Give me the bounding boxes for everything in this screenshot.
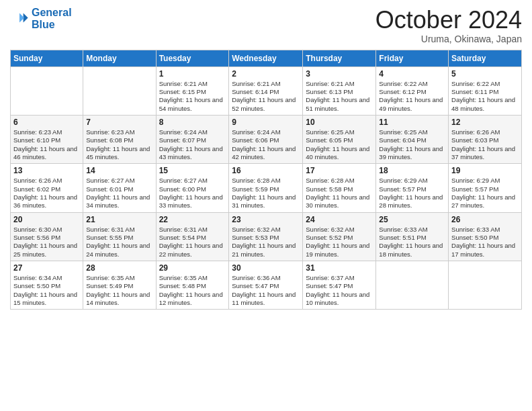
day-info: Sunrise: 6:21 AMSunset: 6:14 PMDaylight:… bbox=[232, 80, 300, 113]
day-number: 13 bbox=[13, 166, 80, 175]
calendar-cell: 10Sunrise: 6:25 AMSunset: 6:05 PMDayligh… bbox=[303, 115, 376, 163]
day-number: 2 bbox=[232, 69, 300, 79]
calendar-cell: 3Sunrise: 6:21 AMSunset: 6:13 PMDaylight… bbox=[303, 66, 376, 115]
day-info: Sunrise: 6:32 AMSunset: 5:52 PMDaylight:… bbox=[306, 226, 373, 259]
day-info: Sunrise: 6:25 AMSunset: 6:04 PMDaylight:… bbox=[379, 128, 445, 161]
day-info: Sunrise: 6:25 AMSunset: 6:05 PMDaylight:… bbox=[306, 128, 373, 161]
page: General Blue October 2024 Uruma, Okinawa… bbox=[0, 0, 532, 411]
day-number: 18 bbox=[379, 166, 445, 175]
calendar-week-row: 1Sunrise: 6:21 AMSunset: 6:15 PMDaylight… bbox=[11, 66, 522, 115]
col-wednesday: Wednesday bbox=[229, 50, 303, 66]
day-number: 30 bbox=[232, 263, 300, 273]
calendar-week-row: 27Sunrise: 6:34 AMSunset: 5:50 PMDayligh… bbox=[11, 261, 522, 310]
calendar-cell: 30Sunrise: 6:36 AMSunset: 5:47 PMDayligh… bbox=[229, 261, 303, 310]
day-info: Sunrise: 6:34 AMSunset: 5:50 PMDaylight:… bbox=[13, 274, 80, 307]
col-friday: Friday bbox=[376, 50, 449, 66]
day-info: Sunrise: 6:30 AMSunset: 5:56 PMDaylight:… bbox=[13, 226, 80, 259]
day-info: Sunrise: 6:36 AMSunset: 5:47 PMDaylight:… bbox=[232, 274, 300, 307]
day-info: Sunrise: 6:31 AMSunset: 5:55 PMDaylight:… bbox=[86, 226, 152, 259]
calendar-cell: 12Sunrise: 6:26 AMSunset: 6:03 PMDayligh… bbox=[449, 115, 522, 163]
day-number: 12 bbox=[451, 118, 519, 127]
logo-text: General Blue bbox=[32, 7, 72, 31]
calendar-cell: 26Sunrise: 6:33 AMSunset: 5:50 PMDayligh… bbox=[449, 212, 522, 261]
day-number: 23 bbox=[232, 215, 300, 224]
day-number: 8 bbox=[159, 118, 226, 127]
calendar-cell bbox=[449, 261, 522, 310]
calendar-cell: 1Sunrise: 6:21 AMSunset: 6:15 PMDaylight… bbox=[156, 66, 229, 115]
day-number: 21 bbox=[86, 215, 152, 224]
calendar-cell: 22Sunrise: 6:31 AMSunset: 5:54 PMDayligh… bbox=[156, 212, 229, 261]
calendar-cell: 6Sunrise: 6:23 AMSunset: 6:10 PMDaylight… bbox=[11, 115, 83, 163]
calendar-cell: 4Sunrise: 6:22 AMSunset: 6:12 PMDaylight… bbox=[376, 66, 449, 115]
day-info: Sunrise: 6:28 AMSunset: 5:59 PMDaylight:… bbox=[232, 177, 300, 210]
calendar-cell: 27Sunrise: 6:34 AMSunset: 5:50 PMDayligh… bbox=[11, 261, 83, 310]
day-info: Sunrise: 6:21 AMSunset: 6:15 PMDaylight:… bbox=[159, 80, 226, 113]
calendar-cell: 9Sunrise: 6:24 AMSunset: 6:06 PMDaylight… bbox=[229, 115, 303, 163]
day-info: Sunrise: 6:24 AMSunset: 6:06 PMDaylight:… bbox=[232, 128, 300, 161]
day-number: 20 bbox=[13, 215, 80, 224]
day-info: Sunrise: 6:35 AMSunset: 5:48 PMDaylight:… bbox=[159, 274, 226, 307]
day-info: Sunrise: 6:22 AMSunset: 6:12 PMDaylight:… bbox=[379, 80, 445, 113]
calendar-cell: 31Sunrise: 6:37 AMSunset: 5:47 PMDayligh… bbox=[303, 261, 376, 310]
day-number: 27 bbox=[13, 263, 80, 273]
calendar-cell: 24Sunrise: 6:32 AMSunset: 5:52 PMDayligh… bbox=[303, 212, 376, 261]
calendar-cell: 28Sunrise: 6:35 AMSunset: 5:49 PMDayligh… bbox=[83, 261, 156, 310]
day-number: 22 bbox=[159, 215, 226, 224]
day-number: 6 bbox=[13, 118, 80, 127]
day-info: Sunrise: 6:33 AMSunset: 5:50 PMDaylight:… bbox=[451, 226, 519, 259]
day-info: Sunrise: 6:33 AMSunset: 5:51 PMDaylight:… bbox=[379, 226, 445, 259]
day-info: Sunrise: 6:26 AMSunset: 6:03 PMDaylight:… bbox=[451, 128, 519, 161]
header: General Blue October 2024 Uruma, Okinawa… bbox=[10, 7, 522, 44]
day-info: Sunrise: 6:35 AMSunset: 5:49 PMDaylight:… bbox=[86, 274, 152, 307]
col-sunday: Sunday bbox=[11, 50, 83, 66]
col-tuesday: Tuesday bbox=[156, 50, 229, 66]
day-number: 14 bbox=[86, 166, 152, 175]
day-number: 28 bbox=[86, 263, 152, 273]
day-info: Sunrise: 6:31 AMSunset: 5:54 PMDaylight:… bbox=[159, 226, 226, 259]
col-thursday: Thursday bbox=[303, 50, 376, 66]
day-number: 7 bbox=[86, 118, 152, 127]
day-number: 5 bbox=[451, 69, 519, 79]
calendar-week-row: 13Sunrise: 6:26 AMSunset: 6:02 PMDayligh… bbox=[11, 164, 522, 212]
day-number: 17 bbox=[306, 166, 373, 175]
day-info: Sunrise: 6:23 AMSunset: 6:08 PMDaylight:… bbox=[86, 128, 152, 161]
day-number: 24 bbox=[306, 215, 373, 224]
day-number: 29 bbox=[159, 263, 226, 273]
day-info: Sunrise: 6:32 AMSunset: 5:53 PMDaylight:… bbox=[232, 226, 300, 259]
calendar-table: Sunday Monday Tuesday Wednesday Thursday… bbox=[10, 50, 522, 310]
logo-icon bbox=[10, 9, 29, 28]
calendar-week-row: 6Sunrise: 6:23 AMSunset: 6:10 PMDaylight… bbox=[11, 115, 522, 163]
day-number: 3 bbox=[306, 69, 373, 79]
day-info: Sunrise: 6:27 AMSunset: 6:01 PMDaylight:… bbox=[86, 177, 152, 210]
calendar-cell: 18Sunrise: 6:29 AMSunset: 5:57 PMDayligh… bbox=[376, 164, 449, 212]
calendar-week-row: 20Sunrise: 6:30 AMSunset: 5:56 PMDayligh… bbox=[11, 212, 522, 261]
col-saturday: Saturday bbox=[449, 50, 522, 66]
calendar-cell: 25Sunrise: 6:33 AMSunset: 5:51 PMDayligh… bbox=[376, 212, 449, 261]
day-info: Sunrise: 6:27 AMSunset: 6:00 PMDaylight:… bbox=[159, 177, 226, 210]
day-number: 1 bbox=[159, 69, 226, 79]
day-number: 16 bbox=[232, 166, 300, 175]
day-number: 15 bbox=[159, 166, 226, 175]
calendar-cell bbox=[83, 66, 156, 115]
calendar-cell: 14Sunrise: 6:27 AMSunset: 6:01 PMDayligh… bbox=[83, 164, 156, 212]
calendar-cell: 19Sunrise: 6:29 AMSunset: 5:57 PMDayligh… bbox=[449, 164, 522, 212]
logo: General Blue bbox=[10, 7, 72, 31]
calendar-cell: 29Sunrise: 6:35 AMSunset: 5:48 PMDayligh… bbox=[156, 261, 229, 310]
day-info: Sunrise: 6:23 AMSunset: 6:10 PMDaylight:… bbox=[13, 128, 80, 161]
day-number: 19 bbox=[451, 166, 519, 175]
calendar-cell: 2Sunrise: 6:21 AMSunset: 6:14 PMDaylight… bbox=[229, 66, 303, 115]
calendar-cell: 11Sunrise: 6:25 AMSunset: 6:04 PMDayligh… bbox=[376, 115, 449, 163]
calendar-cell: 20Sunrise: 6:30 AMSunset: 5:56 PMDayligh… bbox=[11, 212, 83, 261]
day-number: 25 bbox=[379, 215, 445, 224]
day-info: Sunrise: 6:29 AMSunset: 5:57 PMDaylight:… bbox=[451, 177, 519, 210]
calendar-cell: 23Sunrise: 6:32 AMSunset: 5:53 PMDayligh… bbox=[229, 212, 303, 261]
day-info: Sunrise: 6:26 AMSunset: 6:02 PMDaylight:… bbox=[13, 177, 80, 210]
month-title: October 2024 bbox=[375, 7, 522, 34]
calendar-cell: 8Sunrise: 6:24 AMSunset: 6:07 PMDaylight… bbox=[156, 115, 229, 163]
day-number: 9 bbox=[232, 118, 300, 127]
calendar-cell: 5Sunrise: 6:22 AMSunset: 6:11 PMDaylight… bbox=[449, 66, 522, 115]
day-info: Sunrise: 6:21 AMSunset: 6:13 PMDaylight:… bbox=[306, 80, 373, 113]
calendar-cell: 7Sunrise: 6:23 AMSunset: 6:08 PMDaylight… bbox=[83, 115, 156, 163]
calendar-cell bbox=[376, 261, 449, 310]
calendar-cell: 17Sunrise: 6:28 AMSunset: 5:58 PMDayligh… bbox=[303, 164, 376, 212]
